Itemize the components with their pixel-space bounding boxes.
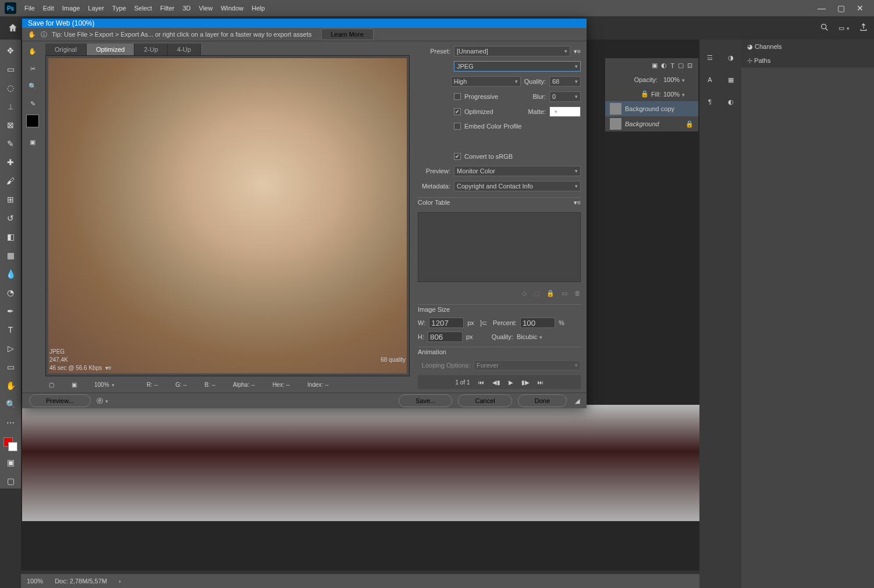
dialog-zoom-tool[interactable]: 🔍 [26,80,39,92]
learn-more-button[interactable]: Learn More [321,28,374,40]
done-button[interactable]: Done [518,394,567,407]
percent-input[interactable] [520,318,555,328]
status-zoom[interactable]: 100% [27,578,43,585]
menu-type[interactable]: Type [112,5,126,12]
preset-select[interactable]: [Unnamed] [454,46,570,56]
color-swatch[interactable] [3,437,17,451]
blur-tool[interactable]: 💧 [3,266,18,281]
paths-tab[interactable]: ⊹ Paths [747,57,770,65]
menu-image[interactable]: Image [62,5,80,12]
menu-layer[interactable]: Layer [88,5,104,12]
layer-row-2[interactable]: Background 🔒 [605,116,698,131]
color-table-menu[interactable]: ▾≡ [574,199,581,206]
quality-preset-select[interactable]: High [451,76,521,87]
ct-icon-4[interactable]: ▭ [562,290,567,297]
slice-toggle-1[interactable]: ▢ [49,382,54,388]
panel-icon-3[interactable]: ¶ [704,95,716,108]
slice-toggle-2[interactable]: ▣ [72,382,77,388]
pen-tool[interactable]: ✒ [3,304,18,319]
lasso-tool[interactable]: ◌ [3,80,18,95]
edit-toolbar[interactable]: ⋯ [3,415,18,430]
layer-smart-icon[interactable]: ⊡ [687,62,692,69]
anim-play[interactable]: ▶ [509,379,513,386]
embed-check[interactable] [454,123,461,130]
screenmode-tool[interactable]: ▢ [3,473,18,489]
hand-tool-icon[interactable]: ✋ [28,31,36,38]
tab-4up[interactable]: 4-Up [168,44,201,55]
menu-view[interactable]: View [199,5,213,12]
status-chevron[interactable]: › [119,578,121,585]
layer-filter-icon[interactable]: ▣ [652,62,658,69]
tab-original[interactable]: Original [45,44,87,55]
panel-icon-swatches[interactable]: ▦ [724,73,737,86]
anim-first[interactable]: ⏮ [478,379,484,386]
search-icon[interactable] [820,23,829,33]
menu-filter[interactable]: Filter [160,5,174,12]
heal-tool[interactable]: ✚ [3,155,18,170]
ct-icon-2[interactable]: ⬚ [534,290,539,297]
dialog-color[interactable] [26,115,39,127]
menu-help[interactable]: Help [252,5,265,12]
matte-select[interactable] [549,106,581,117]
brush-tool[interactable]: 🖌 [3,173,18,188]
anim-next[interactable]: ▮▶ [521,379,530,386]
ct-icon-5[interactable]: 🗑 [574,290,581,297]
quality-input[interactable]: 68 [549,76,581,87]
window-minimize[interactable]: — [818,3,826,13]
shape-tool[interactable]: ▭ [3,359,18,375]
eraser-tool[interactable]: ◧ [3,229,18,244]
menu-3d[interactable]: 3D [183,5,191,12]
preset-menu-icon[interactable]: ▾≡ [574,48,581,55]
marquee-tool[interactable]: ▭ [3,62,18,77]
panel-icon-adjust[interactable]: ◐ [724,95,737,108]
menu-edit[interactable]: Edit [43,5,54,12]
anim-prev[interactable]: ◀▮ [492,379,500,386]
resize-grip[interactable]: ◢ [575,397,580,405]
menu-file[interactable]: File [24,5,35,12]
width-input[interactable] [429,318,464,328]
menu-select[interactable]: Select [134,5,152,12]
resample-select[interactable]: Bicubic [517,333,575,340]
metadata-select[interactable]: Copyright and Contact Info [454,181,581,191]
dialog-slice-visibility[interactable]: ▣ [26,136,39,148]
dialog-eyedrop-tool[interactable]: ✎ [26,97,39,110]
path-select-tool[interactable]: ▷ [3,341,18,356]
panel-icon-color[interactable]: ◑ [724,51,737,64]
lock-icon[interactable]: 🔒 [641,90,649,98]
stamp-tool[interactable]: ⊞ [3,192,18,207]
zoom-select[interactable]: 100% [94,382,129,388]
ct-icon-3[interactable]: 🔒 [546,290,555,297]
tab-2up[interactable]: 2-Up [134,44,168,55]
window-maximize[interactable]: ▢ [837,3,845,13]
optimized-check[interactable]: ✔ [454,108,461,115]
layer-shape-icon[interactable]: ▢ [678,62,684,69]
frame-tool[interactable]: ⊠ [3,117,18,133]
fill-value[interactable]: 100% [663,91,692,98]
layer-row-1[interactable]: Background copy [605,101,698,116]
crop-tool[interactable]: ⟂ [3,99,18,114]
preview-select[interactable]: Monitor Color [454,166,581,176]
browser-preview-select[interactable]: ⓔ [97,397,114,405]
cancel-button[interactable]: Cancel [458,394,511,407]
panel-icon-1[interactable]: ☲ [704,51,716,64]
quickmask-tool[interactable]: ▣ [3,455,18,470]
layer-fx-icon[interactable]: ◐ [661,62,667,69]
workspace-icon[interactable]: ▭ [839,24,850,32]
preview-image-box[interactable]: JPEG 247,4K 46 sec @ 56.6 Kbps ▾≡ 68 qua… [45,55,410,376]
hand-tool[interactable]: ✋ [3,378,18,393]
tab-optimized[interactable]: Optimized [87,44,135,55]
share-icon[interactable] [859,23,868,33]
dialog-hand-tool[interactable]: ✋ [26,45,39,58]
type-tool[interactable]: T [3,322,18,337]
height-input[interactable] [428,332,463,342]
ct-icon-1[interactable]: ◇ [522,290,527,297]
opacity-value[interactable]: 100% [663,76,692,83]
anim-last[interactable]: ⏭ [538,379,543,386]
blur-input[interactable]: 0 [549,91,581,102]
preview-button[interactable]: Preview... [29,394,91,407]
home-icon[interactable] [6,21,20,35]
format-select[interactable]: JPEG [454,61,581,72]
save-button[interactable]: Save... [399,394,452,407]
window-close[interactable]: ✕ [857,3,864,13]
move-tool[interactable]: ✥ [3,43,18,58]
